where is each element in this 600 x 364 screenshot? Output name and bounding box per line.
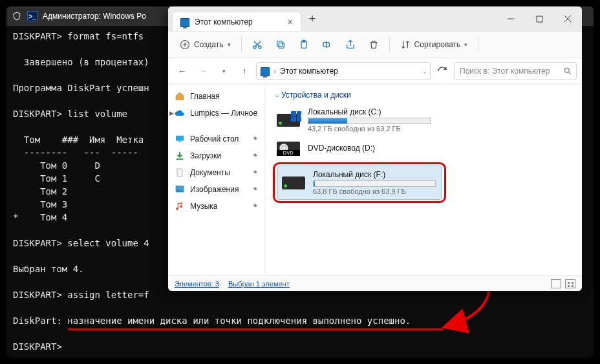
expand-icon[interactable]: ▶ xyxy=(168,110,175,116)
status-count[interactable]: Элементов: 3 xyxy=(175,280,219,288)
shield-icon xyxy=(12,11,22,21)
drive-c[interactable]: Локальный диск (C:) 43,2 ГБ свободно из … xyxy=(273,103,574,136)
share-icon xyxy=(345,39,356,50)
group-header-label: Устройства и диски xyxy=(281,91,351,100)
drive-name: Локальный диск (F:) xyxy=(313,170,437,179)
view-grid-button[interactable] xyxy=(565,279,575,288)
desktop-icon xyxy=(175,134,185,144)
annotation-underline xyxy=(68,328,443,330)
explorer-content: ⌵ Устройства и диски Локальный диск (C:)… xyxy=(265,84,582,275)
sort-button[interactable]: Сортировать ▾ xyxy=(395,35,473,54)
sidebar-item-label: Документы xyxy=(190,168,230,177)
sidebar-item-desktop[interactable]: Рабочий стол xyxy=(168,131,264,147)
powershell-title: Администратор: Windows Po xyxy=(43,12,146,21)
explorer-tab-title: Этот компьютер xyxy=(195,17,253,27)
storage-bar xyxy=(313,180,436,187)
view-list-button[interactable] xyxy=(551,279,561,288)
pin-icon xyxy=(252,153,258,159)
group-header-devices[interactable]: ⌵ Устройства и диски xyxy=(275,91,574,100)
sidebar-item-documents[interactable]: Документы xyxy=(168,164,264,181)
share-button[interactable] xyxy=(340,35,361,54)
pin-icon xyxy=(252,136,258,142)
svg-point-7 xyxy=(253,46,256,48)
search-input[interactable]: Поиск в: Этот компьютер xyxy=(454,62,577,80)
scissors-icon xyxy=(252,39,262,50)
pin-icon xyxy=(252,203,258,209)
window-minimize-button[interactable] xyxy=(497,6,525,31)
nav-forward-button[interactable]: → xyxy=(194,62,212,80)
clipboard-icon xyxy=(299,39,309,50)
download-icon xyxy=(175,151,185,161)
explorer-nav-row: ← → ▾ ↑ › Этот компьютер ⌵ Поиск в: Этот… xyxy=(168,58,582,84)
nav-history-button[interactable]: ▾ xyxy=(215,62,233,80)
hdd-icon xyxy=(282,175,305,191)
tab-close-icon[interactable]: × xyxy=(288,17,293,27)
svg-rect-9 xyxy=(279,43,284,48)
sidebar-item-music[interactable]: Музыка xyxy=(168,198,264,215)
drive-subtext: 43,2 ГБ свободно из 63,2 ГБ xyxy=(308,125,570,133)
sidebar-item-label: Музыка xyxy=(190,202,217,211)
explorer-tab-this-pc[interactable]: Этот компьютер × xyxy=(172,12,301,31)
chevron-down-icon: ▾ xyxy=(228,41,231,48)
sidebar-item-pictures[interactable]: Изображения xyxy=(168,181,264,198)
delete-button[interactable] xyxy=(363,35,384,54)
cloud-icon xyxy=(175,108,185,118)
explorer-toolbar: Создать ▾ Сортировать ▾ xyxy=(168,31,582,58)
drive-d[interactable]: DVD DVD-дисковод (D:) xyxy=(273,136,574,160)
pin-icon xyxy=(252,186,258,193)
explorer-sidebar: Главная ▶ Lumpics — Личное Рабочий стол … xyxy=(168,84,265,275)
refresh-button[interactable] xyxy=(433,62,451,80)
chevron-down-icon: ▾ xyxy=(464,41,467,48)
cut-button[interactable] xyxy=(247,35,268,54)
home-icon xyxy=(175,91,185,102)
sidebar-item-downloads[interactable]: Загрузки xyxy=(168,147,264,164)
search-placeholder: Поиск в: Этот компьютер xyxy=(460,67,550,76)
this-pc-icon xyxy=(261,67,270,76)
sort-icon xyxy=(400,39,411,50)
hdd-icon xyxy=(277,112,300,128)
annotation-highlight-f: Локальный диск (F:) 63,8 ГБ свободно из … xyxy=(273,162,446,203)
breadcrumb[interactable]: › Этот компьютер ⌵ xyxy=(256,62,431,80)
svg-rect-10 xyxy=(277,41,282,47)
pin-icon xyxy=(252,169,258,176)
svg-point-14 xyxy=(564,68,569,72)
status-selection[interactable]: Выбран 1 элемент xyxy=(228,280,290,288)
nav-up-button[interactable]: ↑ xyxy=(235,62,253,80)
svg-rect-1 xyxy=(537,16,542,22)
sort-label: Сортировать xyxy=(414,40,461,49)
document-icon xyxy=(175,167,185,178)
window-close-button[interactable] xyxy=(553,6,582,31)
sidebar-item-home[interactable]: Главная xyxy=(168,88,264,105)
sidebar-item-label: Главная xyxy=(190,92,220,101)
sidebar-item-label: Изображения xyxy=(190,185,239,194)
new-tab-button[interactable]: + xyxy=(301,12,323,26)
chevron-down-icon[interactable]: ⌵ xyxy=(423,68,426,74)
sidebar-item-onedrive[interactable]: ▶ Lumpics — Личное xyxy=(168,105,264,122)
copy-button[interactable] xyxy=(270,35,291,54)
picture-icon xyxy=(175,184,185,195)
chevron-down-icon: ⌵ xyxy=(275,92,279,98)
this-pc-icon xyxy=(180,18,189,27)
copy-icon xyxy=(275,39,286,50)
window-maximize-button[interactable] xyxy=(525,6,553,31)
svg-rect-15 xyxy=(176,136,184,141)
rename-icon xyxy=(322,39,332,50)
drive-name: Локальный диск (C:) xyxy=(308,107,570,116)
plus-circle-icon xyxy=(180,39,190,50)
sidebar-item-label: Загрузки xyxy=(190,151,221,160)
drive-f[interactable]: Локальный диск (F:) 63,8 ГБ свободно из … xyxy=(277,166,442,200)
rename-button[interactable] xyxy=(317,35,338,54)
create-button[interactable]: Создать ▾ xyxy=(175,35,236,54)
paste-button[interactable] xyxy=(294,35,314,54)
dvd-icon: DVD xyxy=(277,140,300,156)
svg-point-8 xyxy=(259,46,261,48)
explorer-statusbar: Элементов: 3 Выбран 1 элемент xyxy=(168,275,582,291)
breadcrumb-label: Этот компьютер xyxy=(280,67,338,76)
drive-subtext: 63,8 ГБ свободно из 63,9 ГБ xyxy=(313,187,437,195)
windows-logo-icon xyxy=(291,111,301,122)
sidebar-item-label: Lumpics — Личное xyxy=(190,109,257,118)
storage-bar xyxy=(308,118,431,124)
nav-back-button[interactable]: ← xyxy=(173,62,191,80)
file-explorer-window[interactable]: Этот компьютер × + Создать ▾ xyxy=(168,6,582,291)
search-icon xyxy=(563,67,572,76)
